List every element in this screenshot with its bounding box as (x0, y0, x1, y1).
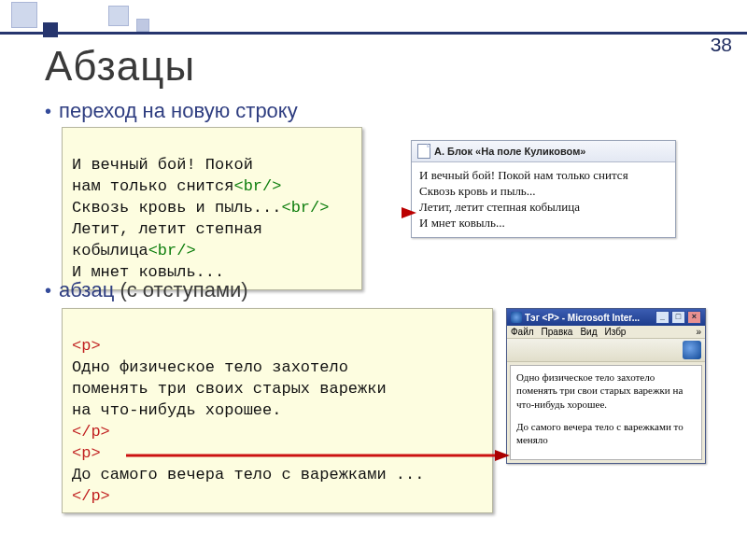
menu-view[interactable]: Вид (580, 327, 597, 337)
bullet-dot-icon: • (45, 101, 51, 121)
ie-title-text: Тэг <P> - Microsoft Inter... (525, 313, 640, 323)
code-tag-br: <br/> (281, 199, 329, 217)
code-line: кобылица (72, 242, 148, 259)
bullet-text-rest: (с отступами) (114, 278, 247, 301)
menu-file[interactable]: Файл (511, 327, 534, 337)
close-button[interactable]: × (687, 311, 701, 324)
code-tag-br: <br/> (148, 242, 196, 259)
ie-titlebar: Тэг <P> - Microsoft Inter... _ □ × (507, 309, 705, 326)
code-line: И вечный бой! Покой (72, 156, 253, 174)
code-line: поменять три своих старых варежки (72, 380, 387, 398)
window-controls: _ □ × (655, 311, 701, 324)
ie-logo-icon (683, 341, 701, 359)
code-tag-p-open: <p> (72, 337, 101, 355)
ie-menubar: Файл Правка Вид Избр » (507, 326, 705, 339)
browser-title-text: А. Блок «На поле Куликовом» (434, 146, 585, 157)
ie-content: Одно физическое тело захотело поменять т… (510, 365, 702, 460)
rendered-paragraph: До самого вечера тело с варежками то мен… (516, 420, 696, 447)
code-block-p: <p> Одно физическое тело захотело поменя… (62, 308, 493, 513)
code-tag-br: <br/> (233, 177, 281, 195)
rendered-line: И вечный бой! Покой нам только снится (419, 168, 668, 184)
code-tag-p-open: <p> (72, 444, 101, 462)
code-line: Одно физическое тело захотело (72, 358, 348, 376)
bullet-dot-icon: • (45, 280, 51, 301)
rendered-line: Сквозь кровь и пыль... (419, 184, 668, 200)
code-line: нам только снится (72, 177, 233, 195)
browser-content: И вечный бой! Покой нам только снится Ск… (412, 162, 675, 237)
browser-preview-1: А. Блок «На поле Куликовом» И вечный бой… (411, 140, 676, 238)
code-block-br: И вечный бой! Покой нам только снится<br… (62, 127, 362, 290)
browser-titlebar: А. Блок «На поле Куликовом» (412, 141, 675, 162)
code-line: Летит, летит степная (72, 220, 262, 238)
menu-edit[interactable]: Правка (542, 327, 573, 337)
code-tag-p-close: </p> (72, 423, 110, 441)
page-number: 38 (711, 34, 732, 56)
code-line: До самого вечера тело с варежками ... (72, 466, 424, 483)
code-line: Сквозь кровь и пыль... (72, 199, 281, 217)
page-icon (417, 144, 430, 159)
ie-window: Тэг <P> - Microsoft Inter... _ □ × Файл … (506, 308, 706, 464)
slide-top-decoration (0, 0, 747, 41)
bullet-line-2: •абзац (с отступами) (45, 278, 248, 302)
menu-overflow-icon[interactable]: » (696, 327, 701, 337)
menu-favorites[interactable]: Избр (604, 327, 626, 337)
minimize-button[interactable]: _ (655, 311, 669, 324)
ie-logo-small-icon (511, 312, 522, 323)
slide-title: Абзацы (45, 43, 195, 90)
bullet-text-1: переход на новую строку (59, 99, 298, 122)
bullet-line-1: •переход на новую строку (45, 99, 298, 123)
maximize-button[interactable]: □ (671, 311, 685, 324)
rendered-line: Летит, летит степная кобылица (419, 200, 668, 216)
rendered-paragraph: Одно физическое тело захотело поменять т… (516, 371, 696, 411)
bullet-text-strong: абзац (59, 278, 114, 301)
code-line: на что-нибудь хорошее. (72, 401, 281, 419)
rendered-line: И мнет ковыль... (419, 216, 668, 231)
code-tag-p-close: </p> (72, 487, 110, 505)
ie-toolbar (507, 339, 705, 362)
